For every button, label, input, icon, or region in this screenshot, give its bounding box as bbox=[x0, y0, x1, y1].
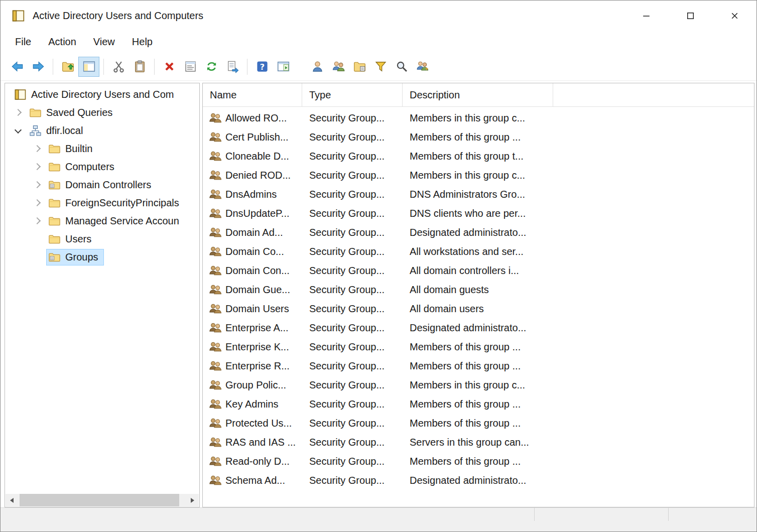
menu-view[interactable]: View bbox=[85, 33, 123, 51]
cell-name: Domain Ad... bbox=[203, 226, 302, 239]
column-header-type[interactable]: Type bbox=[302, 83, 403, 106]
forward-arrow-button[interactable] bbox=[28, 57, 49, 77]
add-to-group-icon bbox=[416, 60, 430, 73]
list-row-dnsupdatep[interactable]: DnsUpdateP...Security Group...DNS client… bbox=[203, 204, 754, 223]
list-row-domain-users[interactable]: Domain UsersSecurity Group...All domain … bbox=[203, 299, 754, 318]
tree-node: Groups bbox=[46, 249, 104, 265]
title-bar[interactable]: Active Directory Users and Computers bbox=[1, 1, 756, 31]
chevron-right-icon[interactable] bbox=[31, 198, 46, 207]
list-row-enterprise-k[interactable]: Enterprise K...Security Group...Members … bbox=[203, 337, 754, 356]
security-group-icon bbox=[209, 474, 222, 487]
add-to-group-button[interactable] bbox=[412, 57, 433, 77]
new-user-button[interactable] bbox=[307, 57, 328, 77]
help-button[interactable]: ? bbox=[251, 57, 273, 77]
list-row-protected-us[interactable]: Protected Us...Security Group...Members … bbox=[203, 414, 754, 433]
tree-item-dfir-local[interactable]: dfir.local bbox=[5, 121, 199, 140]
list-row-dnsadmins[interactable]: DnsAdminsSecurity Group...DNS Administra… bbox=[203, 185, 754, 204]
filter-button[interactable] bbox=[370, 57, 391, 77]
minimize-button[interactable] bbox=[624, 1, 668, 31]
properties-button[interactable] bbox=[180, 57, 201, 77]
column-header-description[interactable]: Description bbox=[403, 83, 553, 106]
delete-icon bbox=[163, 60, 176, 73]
row-name-text: Domain Gue... bbox=[225, 284, 290, 296]
chevron-right-icon[interactable] bbox=[31, 144, 46, 153]
list-row-read-only-d[interactable]: Read-only D...Security Group...Members o… bbox=[203, 452, 754, 471]
column-header-name[interactable]: Name bbox=[203, 83, 302, 106]
chevron-right-icon[interactable] bbox=[12, 108, 27, 117]
list-row-group-polic[interactable]: Group Polic...Security Group...Members i… bbox=[203, 375, 754, 394]
ou-folder-icon bbox=[48, 179, 61, 191]
cut-button[interactable] bbox=[108, 57, 129, 77]
security-group-icon bbox=[209, 207, 222, 220]
list-row-key-admins[interactable]: Key AdminsSecurity Group...Members of th… bbox=[203, 394, 754, 414]
list-row-enterprise-a[interactable]: Enterprise A...Security Group...Designat… bbox=[203, 318, 754, 337]
tree-item-saved-queries[interactable]: Saved Queries bbox=[5, 103, 199, 121]
chevron-down-icon[interactable] bbox=[12, 126, 27, 135]
list-row-cert-publish[interactable]: Cert Publish...Security Group...Members … bbox=[203, 127, 754, 147]
delete-button[interactable] bbox=[159, 57, 180, 77]
cell-description: Members of this group ... bbox=[403, 131, 553, 143]
cell-type: Security Group... bbox=[302, 303, 403, 315]
back-arrow-button[interactable] bbox=[7, 57, 28, 77]
tree-item-groups[interactable]: Groups bbox=[5, 248, 199, 266]
cell-type: Security Group... bbox=[302, 246, 403, 257]
up-one-level-button[interactable] bbox=[57, 57, 78, 77]
action-pane-button[interactable] bbox=[273, 57, 294, 77]
paste-button[interactable] bbox=[129, 57, 150, 77]
cell-name: Group Polic... bbox=[203, 378, 302, 391]
tree-node: Computers bbox=[46, 159, 120, 175]
export-list-button[interactable] bbox=[222, 57, 243, 77]
security-group-icon bbox=[209, 436, 222, 449]
list-row-cloneable-d[interactable]: Cloneable D...Security Group...Members o… bbox=[203, 147, 754, 166]
list-row-domain-gue[interactable]: Domain Gue...Security Group...All domain… bbox=[203, 280, 754, 299]
close-button[interactable] bbox=[712, 1, 756, 31]
find-button[interactable] bbox=[391, 57, 412, 77]
menu-action[interactable]: Action bbox=[40, 33, 85, 51]
refresh-button[interactable] bbox=[201, 57, 222, 77]
app-icon[interactable] bbox=[12, 9, 25, 23]
cell-type: Security Group... bbox=[302, 227, 403, 238]
menu-file[interactable]: File bbox=[7, 33, 40, 51]
scroll-right-button[interactable] bbox=[186, 494, 199, 506]
scrollbar-thumb[interactable] bbox=[20, 494, 179, 506]
tree-item-managed-service-accoun[interactable]: Managed Service Accoun bbox=[5, 212, 199, 230]
chevron-right-icon[interactable] bbox=[31, 180, 46, 189]
scroll-right-arrow-icon bbox=[191, 498, 194, 503]
menu-help[interactable]: Help bbox=[123, 33, 161, 51]
cell-description: Designated administrato... bbox=[403, 475, 553, 486]
tree-item-domain-controllers[interactable]: Domain Controllers bbox=[5, 176, 199, 194]
tree-item-active-directory-users-and-com[interactable]: Active Directory Users and Com bbox=[5, 85, 199, 103]
back-arrow-icon bbox=[11, 60, 24, 73]
tree-node: Domain Controllers bbox=[46, 177, 157, 193]
status-bar bbox=[1, 507, 756, 531]
cell-name: Enterprise A... bbox=[203, 321, 302, 334]
cell-name: Schema Ad... bbox=[203, 474, 302, 487]
show-console-tree-button[interactable] bbox=[78, 57, 99, 77]
tree-item-foreignsecurityprincipals[interactable]: ForeignSecurityPrincipals bbox=[5, 194, 199, 212]
cut-icon bbox=[112, 60, 125, 73]
cell-description: Servers in this group can... bbox=[403, 437, 553, 448]
scroll-left-button[interactable] bbox=[6, 494, 18, 506]
list-row-enterprise-r[interactable]: Enterprise R...Security Group...Members … bbox=[203, 356, 754, 375]
list-row-schema-ad[interactable]: Schema Ad...Security Group...Designated … bbox=[203, 471, 754, 490]
cell-description: Members in this group c... bbox=[403, 112, 553, 124]
action-pane-icon bbox=[277, 60, 290, 73]
list-row-allowed-ro[interactable]: Allowed RO...Security Group...Members in… bbox=[203, 108, 754, 127]
paste-icon bbox=[133, 60, 147, 73]
tree-item-builtin[interactable]: Builtin bbox=[5, 140, 199, 158]
new-group-button[interactable] bbox=[328, 57, 349, 77]
new-ou-button[interactable] bbox=[349, 57, 370, 77]
chevron-right-icon[interactable] bbox=[31, 162, 46, 171]
maximize-button[interactable] bbox=[668, 1, 712, 31]
tree-item-computers[interactable]: Computers bbox=[5, 158, 199, 176]
tree-item-users[interactable]: Users bbox=[5, 230, 199, 248]
new-group-icon bbox=[332, 60, 345, 73]
console-tree-pane: Active Directory Users and ComSaved Quer… bbox=[5, 83, 200, 507]
list-row-domain-ad[interactable]: Domain Ad...Security Group...Designated … bbox=[203, 223, 754, 242]
list-row-domain-co[interactable]: Domain Co...Security Group...All worksta… bbox=[203, 242, 754, 261]
list-row-domain-con[interactable]: Domain Con...Security Group...All domain… bbox=[203, 261, 754, 280]
chevron-right-icon[interactable] bbox=[31, 216, 46, 225]
list-row-ras-and-ias[interactable]: RAS and IAS ...Security Group...Servers … bbox=[203, 433, 754, 452]
list-row-denied-rod[interactable]: Denied ROD...Security Group...Members in… bbox=[203, 166, 754, 185]
tree-horizontal-scrollbar[interactable] bbox=[6, 494, 199, 506]
